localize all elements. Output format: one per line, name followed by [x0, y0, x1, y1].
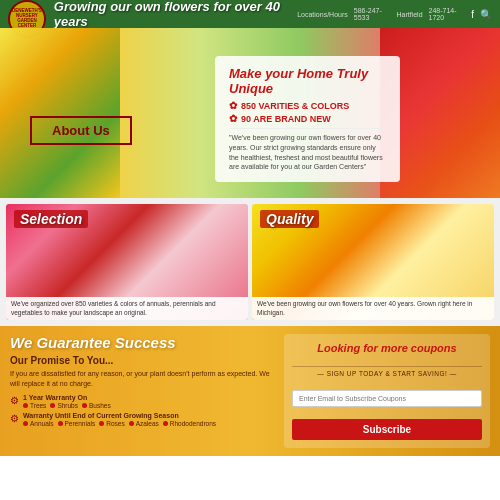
warranty1-title: 1 Year Warranty On — [23, 394, 111, 401]
sections-row: Selection We've organized over 850 varie… — [0, 198, 500, 326]
logo-text: DENEWETH'S NURSERY GARDEN CENTER — [12, 9, 42, 29]
feature2-text: 90 ARE BRAND NEW — [241, 114, 331, 124]
warranty-item-1: ⚙ 1 Year Warranty On Trees Shrubs Bushes — [10, 394, 276, 409]
phone1-label: Locations/Hours — [297, 11, 348, 18]
hero-feature-2: ✿ 90 ARE BRAND NEW — [229, 113, 386, 124]
selection-card[interactable]: Selection We've organized over 850 varie… — [6, 204, 248, 320]
subscribe-button[interactable]: Subscribe — [292, 419, 482, 440]
flower-icon-2: ✿ — [229, 113, 237, 124]
warranty1-trees: Trees — [23, 402, 46, 409]
warranty2-title: Warranty Until End of Current Growing Se… — [23, 412, 216, 419]
header-tagline: Growing our own flowers for over 40 year… — [54, 0, 297, 29]
coupon-title-highlight: more — [381, 342, 408, 354]
coupon-title-normal: Looking for — [317, 342, 381, 354]
hero-title: Make your Home Truly Unique — [229, 66, 386, 96]
warranty2-azaleas: Azaleas — [129, 420, 159, 427]
guarantee-title: We Guarantee Success — [10, 334, 276, 351]
header-contact: Locations/Hours 586-247-5533 Hartfield 2… — [297, 7, 492, 21]
guarantee-right: Looking for more coupons — SIGN UP TODAY… — [284, 334, 490, 448]
warranty1-items: Trees Shrubs Bushes — [23, 402, 111, 409]
quality-label: Quality — [260, 210, 319, 228]
feature1-text: 850 VARITIES & COLORS — [241, 101, 349, 111]
email-input[interactable] — [292, 390, 482, 407]
guarantee-left: We Guarantee Success Our Promise To You.… — [10, 334, 276, 448]
warranty-icon-2: ⚙ — [10, 413, 19, 424]
selection-description: We've organized over 850 varieties & col… — [6, 297, 248, 320]
phone2: 248-714-1720 — [429, 7, 466, 21]
hero-title-normal: Make your Home — [229, 66, 337, 81]
warranty2-rhododendrons: Rhododendrons — [163, 420, 216, 427]
coupon-title-end: coupons — [408, 342, 457, 354]
coupon-subtitle: — SIGN UP TODAY & START SAVING! — — [292, 366, 482, 377]
site-header: DENEWETH'S NURSERY GARDEN CENTER Growing… — [0, 0, 500, 28]
hero-content: Make your Home Truly Unique ✿ 850 VARITI… — [215, 56, 400, 182]
promise-title: Our Promise To You... — [10, 355, 276, 366]
warranty-item-2: ⚙ Warranty Until End of Current Growing … — [10, 412, 276, 427]
flower-icon-1: ✿ — [229, 100, 237, 111]
warranty2-items: Annuals Perennials Roses Azaleas Rhodode… — [23, 420, 216, 427]
quality-card[interactable]: Quality We've been growing our own flowe… — [252, 204, 494, 320]
selection-label: Selection — [14, 210, 88, 228]
promise-text: If you are dissatisfied for any reason, … — [10, 369, 276, 389]
guarantee-section: We Guarantee Success Our Promise To You.… — [0, 326, 500, 456]
hero-description: "We've been growing our own flowers for … — [229, 128, 386, 172]
quality-description: We've been growing our own flowers for o… — [252, 297, 494, 320]
hero-feature-1: ✿ 850 VARITIES & COLORS — [229, 100, 386, 111]
warranty2-annuals: Annuals — [23, 420, 54, 427]
coupon-title: Looking for more coupons — [317, 342, 456, 354]
hero-section: Make your Home Truly Unique ✿ 850 VARITI… — [0, 28, 500, 198]
facebook-icon[interactable]: f — [471, 9, 474, 20]
search-icon[interactable]: 🔍 — [480, 9, 492, 20]
warranty-icon-1: ⚙ — [10, 395, 19, 406]
warranty2-perennials: Perennials — [58, 420, 96, 427]
phone2-label: Hartfield — [396, 11, 422, 18]
warranty2-roses: Roses — [99, 420, 124, 427]
about-us-button[interactable]: About Us — [30, 116, 132, 145]
warranty1-shrubs: Shrubs — [50, 402, 78, 409]
warranty1-bushes: Bushes — [82, 402, 111, 409]
phone1: 586-247-5533 — [354, 7, 391, 21]
